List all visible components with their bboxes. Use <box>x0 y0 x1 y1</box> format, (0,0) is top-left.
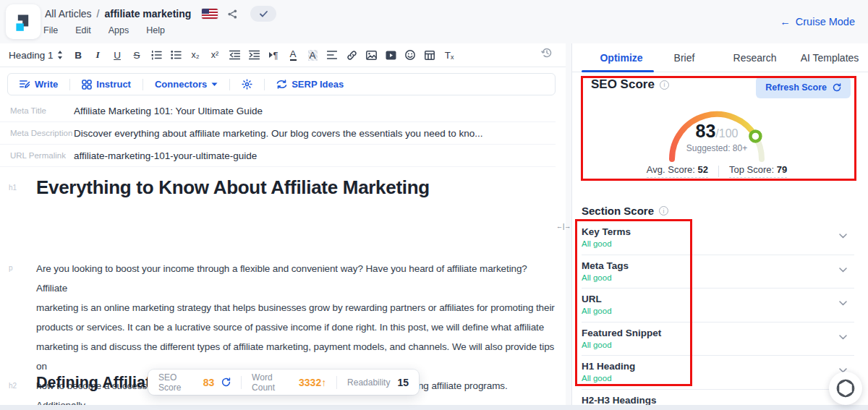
seo-score-value: 83 <box>203 377 215 388</box>
h2-tag-marker: h2 <box>9 382 17 390</box>
serp-ideas-button[interactable]: SERP Ideas <box>265 74 355 95</box>
section-row-h1-heading[interactable]: H1 Heading All good <box>582 356 854 390</box>
ai-assistant-button[interactable] <box>829 372 862 405</box>
optimize-panel: Optimize Brief Research AI Templates SEO… <box>571 43 868 405</box>
ordered-list-button[interactable] <box>148 46 165 64</box>
history-icon[interactable] <box>541 47 553 61</box>
meta-description-input[interactable]: Discover everything about affiliate mark… <box>74 128 542 139</box>
section-name: H2-H3 Headings <box>582 395 657 406</box>
section-row-featured-snippet[interactable]: Featured Snippet All good <box>582 323 854 356</box>
outdent-button[interactable] <box>226 46 243 64</box>
avg-score[interactable]: Avg. Score: 52 <box>647 164 708 178</box>
document-h1[interactable]: Everything to Know About Affiliate Marke… <box>36 176 430 199</box>
meta-fields: Meta Title Affiliate Marketing 101: Your… <box>0 100 556 167</box>
breadcrumb-current[interactable]: affiliate marketing <box>104 8 191 20</box>
panel-resize-handle[interactable]: ←|→ <box>556 223 571 230</box>
menu-bar: File Edit Apps Help <box>43 25 165 35</box>
italic-button[interactable]: I <box>90 46 106 64</box>
section-row-key-terms[interactable]: Key Terms All good <box>582 221 854 255</box>
breadcrumb-root[interactable]: All Articles <box>45 8 92 20</box>
refresh-score-icon[interactable] <box>221 377 231 387</box>
tab-research[interactable]: Research <box>728 52 782 64</box>
cruise-mode-link[interactable]: ← Cruise Mode <box>780 16 855 27</box>
chevron-down-icon <box>211 82 218 87</box>
tab-optimize[interactable]: Optimize <box>589 52 654 64</box>
section-score-title: Section Score i <box>582 205 668 217</box>
breadcrumb-separator: / <box>97 8 100 20</box>
meta-title-label: Meta Title <box>0 106 74 115</box>
chevron-down-icon[interactable] <box>839 234 847 239</box>
editor-pane: Heading 1 B I U S x₂ x² ¶ A A Tₓ <box>0 43 566 405</box>
instruct-icon <box>82 80 92 90</box>
table-button[interactable] <box>422 46 438 64</box>
share-icon[interactable] <box>227 9 238 20</box>
word-count-value: 3332↑ <box>299 377 326 388</box>
window-bottom-edge <box>0 405 868 410</box>
formatting-toolbar: Heading 1 B I U S x₂ x² ¶ A A Tₓ <box>0 43 566 67</box>
image-button[interactable] <box>363 46 380 64</box>
meta-title-input[interactable]: Affiliate Marketing 101: Your Ultimate G… <box>74 106 542 116</box>
menu-apps[interactable]: Apps <box>109 25 129 35</box>
info-icon[interactable]: i <box>659 206 668 215</box>
superscript-button[interactable]: x² <box>207 46 224 64</box>
chevron-down-icon[interactable] <box>839 268 847 273</box>
app-logo[interactable] <box>6 4 41 39</box>
up-down-arrows-icon <box>57 51 63 59</box>
suggested-score: Suggested: 80+ <box>658 143 776 153</box>
section-name: Key Terms <box>582 226 631 237</box>
meta-description-label: Meta Description <box>0 129 74 137</box>
video-button[interactable] <box>383 46 399 64</box>
serp-refresh-icon <box>276 80 287 89</box>
section-row-h2-h3-headings[interactable]: H2-H3 Headings All good <box>582 390 854 406</box>
breadcrumb: All Articles / affiliate marketing <box>45 7 276 21</box>
section-row-meta-tags[interactable]: Meta Tags All good <box>582 255 854 289</box>
bold-button[interactable]: B <box>70 46 87 64</box>
indent-button[interactable] <box>246 46 263 64</box>
tab-brief[interactable]: Brief <box>663 52 706 64</box>
settings-button[interactable] <box>230 74 264 95</box>
bullet-list-button[interactable] <box>168 46 184 64</box>
menu-file[interactable]: File <box>43 25 58 35</box>
top-score[interactable]: Top Score: 79 <box>729 164 787 178</box>
url-permalink-input[interactable]: affiliate-marketing-101-your-ultimate-gu… <box>74 150 542 161</box>
active-tab-indicator <box>582 70 654 72</box>
highlight-button[interactable]: A <box>305 46 321 64</box>
section-row-url[interactable]: URL All good <box>582 289 854 323</box>
seo-score-section-title: SEO Score i <box>591 77 669 92</box>
link-button[interactable] <box>344 46 360 64</box>
write-button[interactable]: Write <box>8 74 69 95</box>
text-color-button[interactable]: A <box>285 46 302 64</box>
menu-help[interactable]: Help <box>146 25 165 35</box>
chevron-down-icon[interactable] <box>839 301 847 306</box>
section-status: All good <box>582 273 612 282</box>
chevron-down-icon[interactable] <box>839 335 847 340</box>
back-arrow-icon: ← <box>780 16 791 27</box>
pilcrow-button[interactable]: ¶ <box>265 46 282 64</box>
underline-button[interactable]: U <box>109 46 126 64</box>
tab-ai-templates[interactable]: AI Templates <box>798 52 861 64</box>
emoji-button[interactable] <box>402 46 419 64</box>
heading-selector-label: Heading 1 <box>9 50 54 61</box>
clear-formatting-button[interactable]: Tₓ <box>441 46 458 64</box>
menu-edit[interactable]: Edit <box>75 25 91 35</box>
divider <box>241 376 242 389</box>
scalenut-logo-icon <box>12 10 35 33</box>
us-flag-icon[interactable] <box>202 9 218 19</box>
panel-tabs: Optimize Brief Research AI Templates <box>572 43 868 72</box>
subscript-button[interactable]: x₂ <box>187 46 204 64</box>
section-status: All good <box>582 374 612 383</box>
strikethrough-button[interactable]: S <box>129 46 145 64</box>
seo-score-number: 83 <box>696 121 716 141</box>
refresh-icon <box>833 83 841 92</box>
section-status: All good <box>582 341 612 349</box>
info-icon[interactable]: i <box>660 80 669 90</box>
refresh-score-button[interactable]: Refresh Score <box>756 77 851 98</box>
meta-title-row: Meta Title Affiliate Marketing 101: Your… <box>0 100 556 122</box>
url-permalink-row: URL Permalink affiliate-marketing-101-yo… <box>0 145 556 167</box>
readability-value: 15 <box>397 377 409 388</box>
gauge-score-readout: 83/100 <box>658 121 776 142</box>
heading-selector[interactable]: Heading 1 <box>9 50 67 61</box>
line-spacing-button[interactable] <box>324 46 341 64</box>
instruct-button[interactable]: Instruct <box>70 74 142 95</box>
connectors-dropdown[interactable]: Connectors <box>143 74 229 95</box>
